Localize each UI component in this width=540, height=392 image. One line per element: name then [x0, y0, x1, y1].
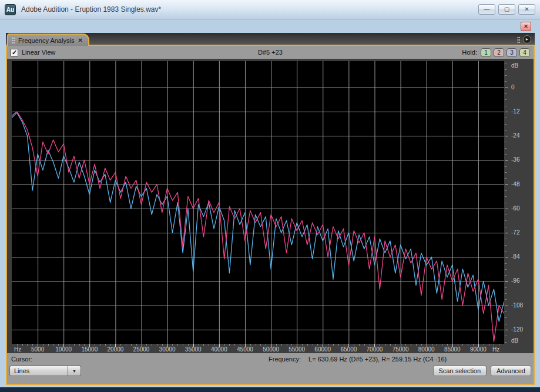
panel-group-close-button[interactable]: ✕ — [521, 22, 531, 31]
x-minor-tick — [489, 344, 489, 346]
trace-right-channel — [12, 112, 504, 342]
dropdown-arrow-button[interactable]: ▼ — [68, 366, 81, 376]
x-minor-tick — [22, 344, 23, 346]
y-minor-tick — [505, 190, 507, 191]
y-minor-tick — [505, 99, 507, 100]
y-tick-label: -60 — [511, 205, 519, 212]
y-tick-label: -12 — [511, 108, 519, 115]
status-buttons: Scan selection Advanced — [433, 366, 531, 376]
x-minor-tick — [291, 344, 292, 346]
x-minor-tick — [416, 344, 417, 346]
x-minor-tick — [74, 344, 75, 346]
scan-selection-button[interactable]: Scan selection — [433, 366, 487, 376]
x-minor-tick — [17, 344, 18, 346]
hold-button-3[interactable]: 3 — [507, 48, 517, 57]
x-minor-tick — [229, 344, 230, 346]
cursor-label: Cursor: — [11, 356, 32, 363]
y-major-tick — [505, 136, 508, 136]
y-minor-tick — [505, 311, 507, 312]
x-minor-tick — [442, 344, 442, 346]
x-minor-tick — [473, 344, 474, 346]
x-minor-tick — [183, 344, 183, 346]
y-minor-tick — [505, 287, 507, 288]
frequency-analysis-panel: Frequency Analysis ✕ ► ✓ Linear View D#5… — [6, 33, 535, 385]
hold-controls: Hold: 1 2 3 4 — [462, 48, 530, 57]
x-minor-tick — [58, 344, 59, 346]
x-minor-tick — [458, 344, 458, 346]
x-minor-tick — [152, 344, 152, 346]
x-minor-tick — [234, 344, 235, 346]
x-axis: 5000100001500020000250003000035000400004… — [7, 344, 504, 353]
minimize-button[interactable]: — — [478, 4, 495, 15]
x-unit-left: Hz — [14, 346, 21, 353]
tab-bar: Frequency Analysis ✕ ► — [6, 33, 535, 46]
y-minor-tick — [505, 148, 507, 149]
hold-button-2[interactable]: 2 — [494, 48, 504, 57]
panel-menu-icon[interactable]: ► — [523, 35, 531, 43]
close-button[interactable]: ✕ — [518, 4, 535, 15]
hold-button-1[interactable]: 1 — [481, 48, 491, 57]
chart-area: 0-12-24-36-48-60-72-84-96-108-120dBdB 50… — [7, 59, 534, 353]
y-unit-bottom: dB — [511, 337, 518, 344]
x-minor-tick — [146, 344, 147, 346]
y-minor-tick — [505, 118, 507, 118]
y-minor-tick — [505, 299, 507, 300]
y-minor-tick — [505, 220, 507, 221]
x-minor-tick — [499, 344, 499, 346]
cursor-dropdown[interactable]: Lines ▼ — [9, 366, 81, 376]
x-minor-tick — [79, 344, 80, 346]
y-minor-tick — [505, 75, 507, 76]
y-minor-tick — [505, 293, 507, 294]
window-controls: — ▢ ✕ — [478, 4, 535, 15]
x-minor-tick — [281, 344, 282, 346]
window-titlebar: Au Adobe Audition - Eruption 1983 Single… — [0, 0, 540, 19]
x-minor-tick — [405, 344, 406, 346]
y-major-tick — [505, 306, 508, 306]
x-minor-tick — [48, 344, 49, 346]
x-minor-tick — [224, 344, 225, 346]
y-minor-tick — [505, 215, 507, 215]
x-minor-tick — [484, 344, 484, 346]
x-minor-tick — [266, 344, 266, 346]
maximize-button[interactable]: ▢ — [498, 4, 515, 15]
hold-button-4[interactable]: 4 — [519, 48, 530, 57]
y-minor-tick — [505, 93, 507, 94]
x-minor-tick — [209, 344, 209, 346]
panel-grip-icon — [517, 36, 520, 43]
x-minor-tick — [100, 344, 100, 346]
x-minor-tick — [84, 344, 85, 346]
window-title: Adobe Audition - Eruption 1983 Singles.w… — [21, 5, 161, 14]
y-major-tick — [505, 233, 508, 233]
y-minor-tick — [505, 275, 507, 276]
tab-frequency-analysis[interactable]: Frequency Analysis ✕ — [7, 33, 89, 46]
y-minor-tick — [505, 106, 507, 106]
y-tick-label: -48 — [511, 181, 519, 187]
spectrum-plot[interactable] — [12, 61, 504, 344]
y-minor-tick — [505, 130, 507, 130]
cursor-dropdown-value[interactable]: Lines — [9, 366, 68, 376]
x-minor-tick — [95, 344, 95, 346]
x-minor-tick — [432, 344, 432, 346]
x-minor-tick — [172, 344, 173, 346]
y-minor-tick — [505, 178, 507, 179]
y-minor-tick — [505, 196, 507, 197]
x-minor-tick — [447, 344, 448, 346]
x-minor-tick — [328, 344, 328, 346]
x-minor-tick — [380, 344, 380, 346]
advanced-button[interactable]: Advanced — [491, 366, 531, 376]
y-minor-tick — [505, 172, 507, 173]
status-bar: Cursor: Lines ▼ Frequency: L= 630.69 Hz … — [7, 353, 534, 384]
y-tick-label: -24 — [511, 132, 519, 139]
y-minor-tick — [505, 227, 507, 227]
x-minor-tick — [110, 344, 111, 346]
y-minor-tick — [505, 124, 507, 125]
x-minor-tick — [468, 344, 468, 346]
tab-close-icon[interactable]: ✕ — [78, 37, 82, 43]
panel-menu: ► — [517, 35, 531, 43]
x-minor-tick — [105, 344, 106, 346]
x-unit-right: Hz — [492, 346, 499, 353]
y-minor-tick — [505, 166, 507, 167]
y-minor-tick — [505, 63, 507, 63]
frequency-label: Frequency: — [269, 356, 301, 363]
x-minor-tick — [302, 344, 303, 346]
